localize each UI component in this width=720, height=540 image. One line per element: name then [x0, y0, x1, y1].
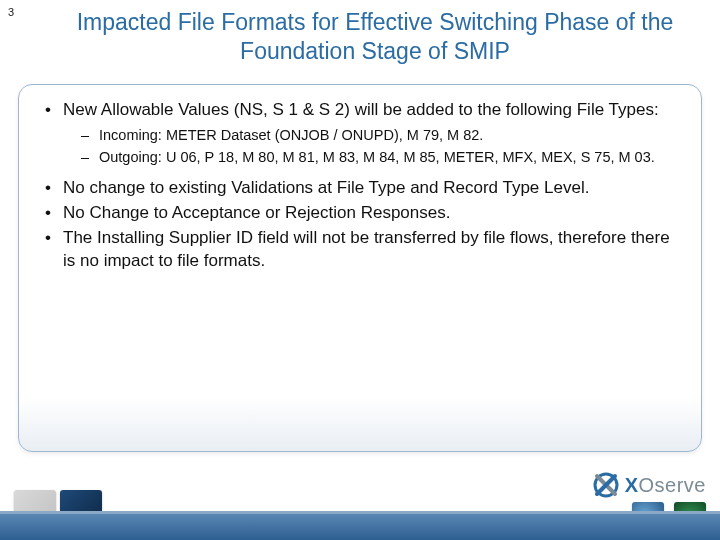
sub-bullet-item: Outgoing: U 06, P 18, M 80, M 81, M 83, … — [81, 148, 681, 168]
brand-logo: XOserve — [468, 470, 706, 500]
sub-bullet-item: Incoming: METER Dataset (ONJOB / ONUPD),… — [81, 126, 681, 146]
logo-mark-icon — [591, 470, 621, 500]
brand-name: XOserve — [625, 474, 706, 497]
bullet-item: No Change to Acceptance or Rejection Res… — [45, 202, 681, 225]
bullet-item: No change to existing Validations at Fil… — [45, 177, 681, 200]
sub-bullet-list: Incoming: METER Dataset (ONJOB / ONUPD),… — [81, 126, 681, 167]
footer: XOserve respect ❯ commitment ❯ teamwork — [0, 462, 720, 540]
bullet-item: The Installing Supplier ID field will no… — [45, 227, 681, 273]
footer-bar — [0, 514, 720, 540]
bullet-list: New Allowable Values (NS, S 1 & S 2) wil… — [45, 99, 681, 273]
content-frame: New Allowable Values (NS, S 1 & S 2) wil… — [18, 84, 702, 452]
slide-title: Impacted File Formats for Effective Swit… — [70, 8, 680, 66]
slide: 3 Impacted File Formats for Effective Sw… — [0, 0, 720, 540]
page-number: 3 — [8, 6, 14, 18]
bullet-item: New Allowable Values (NS, S 1 & S 2) wil… — [45, 99, 681, 122]
